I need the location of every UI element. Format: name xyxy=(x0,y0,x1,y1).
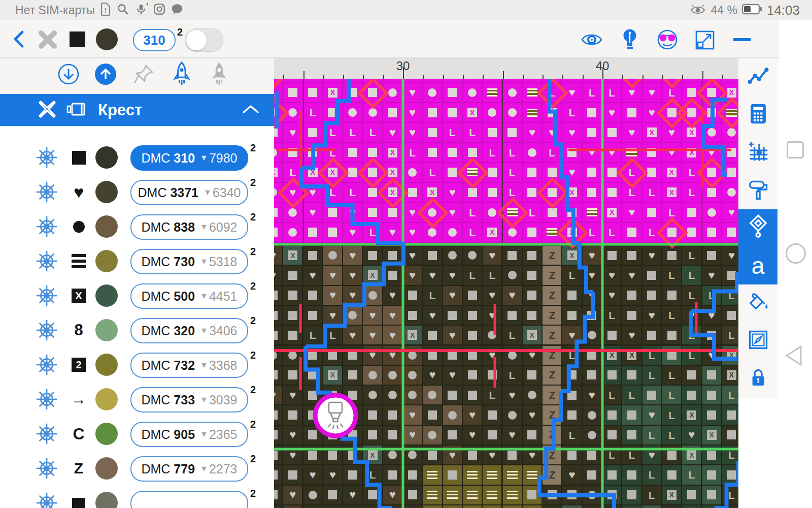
stitch-cell[interactable] xyxy=(583,203,602,223)
stitch-cell[interactable]: L xyxy=(622,163,642,183)
stitch-cell[interactable] xyxy=(383,103,403,123)
stitch-cell[interactable] xyxy=(583,426,602,446)
stitch-cell[interactable]: X xyxy=(383,143,403,163)
stitch-cell[interactable]: ♥ xyxy=(383,123,403,143)
tool-ornament[interactable] xyxy=(738,209,777,247)
stitch-cell[interactable] xyxy=(702,223,722,243)
stitch-cell[interactable] xyxy=(283,83,303,103)
stitch-cell[interactable] xyxy=(702,446,722,465)
stitch-cell[interactable] xyxy=(423,405,443,425)
stitch-cell[interactable] xyxy=(443,246,463,266)
stitch-cell[interactable] xyxy=(483,426,502,446)
stitch-cell[interactable] xyxy=(274,223,283,243)
stitch-cell[interactable]: ♥ xyxy=(503,286,523,306)
stitch-cell[interactable] xyxy=(303,486,323,505)
stitch-cell[interactable] xyxy=(283,366,303,386)
stitch-cell[interactable]: L xyxy=(702,286,722,306)
stitch-cell[interactable] xyxy=(463,505,483,508)
stitch-cell[interactable] xyxy=(503,405,523,425)
stitch-cell[interactable]: ♥ xyxy=(483,286,502,306)
stitch-cell[interactable] xyxy=(363,405,383,425)
stitch-cell[interactable]: L xyxy=(722,386,738,405)
stitch-cell[interactable]: X xyxy=(662,486,682,505)
stitch-cell[interactable]: L xyxy=(722,286,738,306)
stitch-cell[interactable]: L xyxy=(562,426,582,446)
stitch-cell[interactable]: ♥ xyxy=(383,486,403,505)
stitch-cell[interactable]: ♥ xyxy=(722,246,738,266)
stitch-cell[interactable]: L xyxy=(722,486,738,505)
stitch-cell[interactable]: ♥ xyxy=(583,143,602,163)
stitch-cell[interactable] xyxy=(443,306,463,326)
stitch-cell[interactable] xyxy=(403,505,423,508)
stitch-cell[interactable]: Z xyxy=(543,286,562,306)
stitch-cell[interactable] xyxy=(403,386,423,405)
stitch-cell[interactable]: L xyxy=(583,223,602,243)
party-mode-icon[interactable] xyxy=(656,28,679,53)
stitch-cell[interactable] xyxy=(503,446,523,465)
stitch-cell[interactable] xyxy=(602,366,622,386)
stitch-cell[interactable] xyxy=(423,103,443,123)
stitch-cell[interactable] xyxy=(343,465,363,485)
stitch-cell[interactable]: L xyxy=(363,223,383,243)
stitch-cell[interactable]: ♥ xyxy=(702,346,722,366)
stitch-cell[interactable]: L xyxy=(483,143,502,163)
stitch-cell[interactable] xyxy=(523,163,543,183)
stitch-cell[interactable] xyxy=(523,103,543,123)
stitch-cell[interactable]: ♥ xyxy=(463,426,483,446)
stitch-cell[interactable] xyxy=(443,103,463,123)
stitch-cell[interactable] xyxy=(403,465,423,485)
stitch-cell[interactable]: L xyxy=(682,286,702,306)
stitch-cell[interactable]: X xyxy=(363,446,383,465)
cross-stitch-tool-icon[interactable] xyxy=(37,28,59,53)
stitch-cell[interactable] xyxy=(483,123,502,143)
stitch-cell[interactable] xyxy=(523,286,543,306)
stitch-cell[interactable]: L xyxy=(323,326,343,345)
stitch-cell[interactable] xyxy=(543,203,562,223)
stitch-cell[interactable] xyxy=(323,103,343,123)
stitch-cell[interactable]: L xyxy=(642,426,662,446)
stitch-cell[interactable]: ♥ xyxy=(602,286,622,306)
stitch-cell[interactable] xyxy=(274,465,283,485)
stitch-cell[interactable] xyxy=(423,486,443,505)
stitch-cell[interactable]: L xyxy=(562,103,582,123)
stitch-cell[interactable]: ♥ xyxy=(483,346,502,366)
stitch-cell[interactable]: ♥ xyxy=(682,306,702,326)
tool-compass[interactable] xyxy=(738,322,777,360)
stitch-cell[interactable] xyxy=(622,465,642,485)
stitch-cell[interactable]: ♥ xyxy=(363,326,383,345)
selected-color-swatch[interactable] xyxy=(96,28,118,50)
stitch-cell[interactable]: ♥ xyxy=(274,246,283,266)
tool-trend[interactable] xyxy=(738,58,777,96)
stitch-cell[interactable] xyxy=(443,486,463,505)
stitch-cell[interactable] xyxy=(363,366,383,386)
stitch-cell[interactable]: ♥ xyxy=(602,143,622,163)
stitch-cell[interactable]: ♥ xyxy=(303,183,323,203)
stitch-cell[interactable]: ♥ xyxy=(503,386,523,405)
stitch-cell[interactable] xyxy=(383,405,403,425)
stitch-cell[interactable] xyxy=(543,163,562,183)
stitch-cell[interactable] xyxy=(722,183,738,203)
stitch-cell[interactable] xyxy=(423,426,443,446)
stitch-cell[interactable] xyxy=(283,286,303,306)
stitch-cell[interactable] xyxy=(363,486,383,505)
stitch-cell[interactable] xyxy=(483,163,502,183)
stitch-cell[interactable]: L xyxy=(642,223,662,243)
stitch-cell[interactable] xyxy=(343,143,363,163)
stitch-cell[interactable] xyxy=(383,446,403,465)
stitch-cell[interactable]: L xyxy=(543,83,562,103)
stitch-cell[interactable] xyxy=(642,286,662,306)
stitch-cell[interactable]: ♥ xyxy=(323,286,343,306)
stitch-cell[interactable] xyxy=(403,366,423,386)
stitch-cell[interactable]: ♥ xyxy=(303,465,323,485)
stitch-cell[interactable] xyxy=(523,465,543,485)
stitch-cell[interactable]: X xyxy=(483,223,502,243)
stitch-cell[interactable] xyxy=(383,465,403,485)
stitch-cell[interactable] xyxy=(622,143,642,163)
thread-code-pill[interactable]: DMC 500▼4451 xyxy=(130,283,248,309)
stitch-cell[interactable] xyxy=(503,123,523,143)
stitch-cell[interactable]: ♥ xyxy=(702,266,722,285)
stitch-cell[interactable]: ♥ xyxy=(383,326,403,345)
stitch-cell[interactable]: ♥ xyxy=(503,426,523,446)
stitch-cell[interactable]: ♥ xyxy=(483,446,502,465)
stitch-cell[interactable] xyxy=(483,326,502,345)
